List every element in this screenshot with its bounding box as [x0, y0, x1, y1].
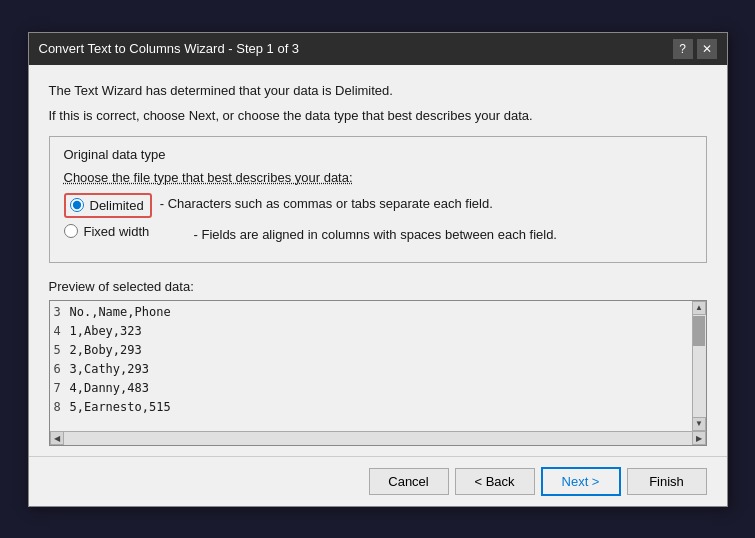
preview-data-line: 85,Earnesto,515: [54, 398, 688, 417]
preview-data-line: 3No.,Name,Phone: [54, 303, 688, 322]
cancel-button[interactable]: Cancel: [369, 468, 449, 495]
title-bar: Convert Text to Columns Wizard - Step 1 …: [29, 33, 727, 65]
fixedwidth-option-left: Fixed width: [64, 224, 194, 239]
scroll-down-arrow[interactable]: ▼: [692, 417, 706, 431]
line-number: 5: [54, 341, 70, 360]
line-data: 2,Boby,293: [70, 341, 142, 360]
preview-data-line: 52,Boby,293: [54, 341, 688, 360]
footer: Cancel < Back Next > Finish: [29, 456, 727, 506]
finish-button[interactable]: Finish: [627, 468, 707, 495]
main-content: The Text Wizard has determined that your…: [29, 65, 727, 456]
line-data: 3,Cathy,293: [70, 360, 149, 379]
line-number: 7: [54, 379, 70, 398]
hscroll-inner: [64, 431, 692, 445]
line-data: 1,Abey,323: [70, 322, 142, 341]
preview-hscrollbar[interactable]: ◀ ▶: [50, 431, 706, 445]
close-button[interactable]: ✕: [697, 39, 717, 59]
intro-line1: The Text Wizard has determined that your…: [49, 81, 707, 101]
line-number: 3: [54, 303, 70, 322]
scroll-thumb[interactable]: [693, 316, 705, 346]
hscroll-right-arrow[interactable]: ▶: [692, 431, 706, 445]
dialog: Convert Text to Columns Wizard - Step 1 …: [28, 32, 728, 507]
line-number: 8: [54, 398, 70, 417]
preview-data-line: 63,Cathy,293: [54, 360, 688, 379]
group-label: Original data type: [64, 147, 692, 162]
line-data: 4,Danny,483: [70, 379, 149, 398]
back-button[interactable]: < Back: [455, 468, 535, 495]
preview-inner: 3No.,Name,Phone41,Abey,32352,Boby,29363,…: [50, 301, 706, 431]
preview-data-line: 41,Abey,323: [54, 322, 688, 341]
preview-vscrollbar[interactable]: ▲ ▼: [692, 301, 706, 431]
delimited-option-row: Delimited - Characters such as commas or…: [64, 193, 692, 218]
preview-outer: 3No.,Name,Phone41,Abey,32352,Boby,29363,…: [49, 300, 707, 446]
data-type-group: Original data type Choose the file type …: [49, 136, 707, 263]
preview-section: Preview of selected data: 3No.,Name,Phon…: [49, 279, 707, 446]
preview-data-line: 74,Danny,483: [54, 379, 688, 398]
fixedwidth-option-row: Fixed width - Fields are aligned in colu…: [64, 224, 692, 242]
hscroll-left-arrow[interactable]: ◀: [50, 431, 64, 445]
intro-line2: If this is correct, choose Next, or choo…: [49, 106, 707, 126]
choose-label: Choose the file type that best describes…: [64, 170, 692, 185]
fixedwidth-radio[interactable]: [64, 224, 78, 238]
delimited-desc: - Characters such as commas or tabs sepa…: [160, 193, 493, 211]
next-button[interactable]: Next >: [541, 467, 621, 496]
delimited-label: Delimited: [90, 198, 144, 213]
delimited-radio[interactable]: [70, 198, 84, 212]
dialog-title: Convert Text to Columns Wizard - Step 1 …: [39, 41, 300, 56]
line-number: 6: [54, 360, 70, 379]
preview-content[interactable]: 3No.,Name,Phone41,Abey,32352,Boby,29363,…: [50, 301, 692, 431]
scroll-up-arrow[interactable]: ▲: [692, 301, 706, 315]
line-number: 4: [54, 322, 70, 341]
line-data: No.,Name,Phone: [70, 303, 171, 322]
preview-label: Preview of selected data:: [49, 279, 707, 294]
title-bar-buttons: ? ✕: [673, 39, 717, 59]
fixedwidth-label: Fixed width: [84, 224, 150, 239]
fixedwidth-desc: - Fields are aligned in columns with spa…: [194, 224, 557, 242]
line-data: 5,Earnesto,515: [70, 398, 171, 417]
delimited-highlight: Delimited: [64, 193, 152, 218]
help-button[interactable]: ?: [673, 39, 693, 59]
